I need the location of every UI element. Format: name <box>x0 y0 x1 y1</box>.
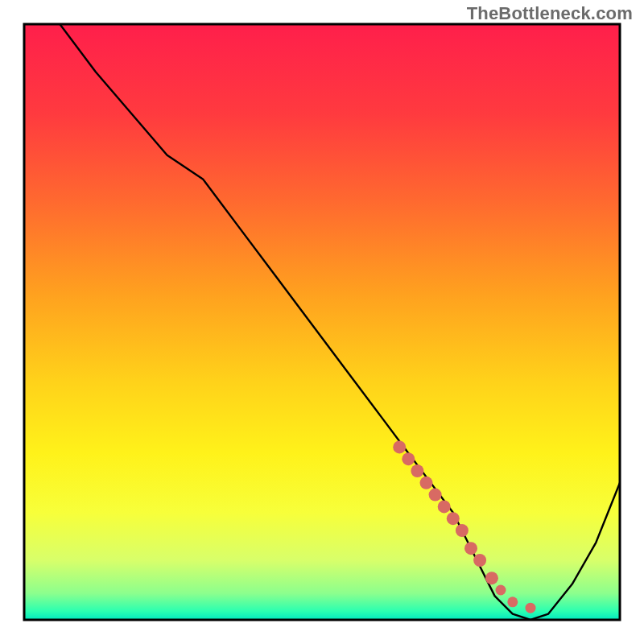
highlight-dot <box>507 597 518 607</box>
bottleneck-chart <box>0 0 644 644</box>
watermark-label: TheBottleneck.com <box>467 3 633 24</box>
highlight-dot <box>496 585 506 596</box>
highlight-dot <box>420 477 433 489</box>
highlight-dot <box>393 440 406 453</box>
highlight-dot <box>526 603 536 613</box>
highlight-dot <box>464 542 477 555</box>
highlight-dot <box>473 554 486 567</box>
chart-frame: TheBottleneck.com <box>0 0 644 644</box>
highlight-dot <box>429 489 442 502</box>
highlight-dot <box>438 500 451 513</box>
highlight-dot <box>402 452 415 465</box>
highlight-dot <box>447 512 460 525</box>
gradient-background <box>24 24 620 620</box>
highlight-dot <box>411 464 423 477</box>
highlight-dot <box>485 572 498 584</box>
highlight-dot <box>456 524 469 537</box>
